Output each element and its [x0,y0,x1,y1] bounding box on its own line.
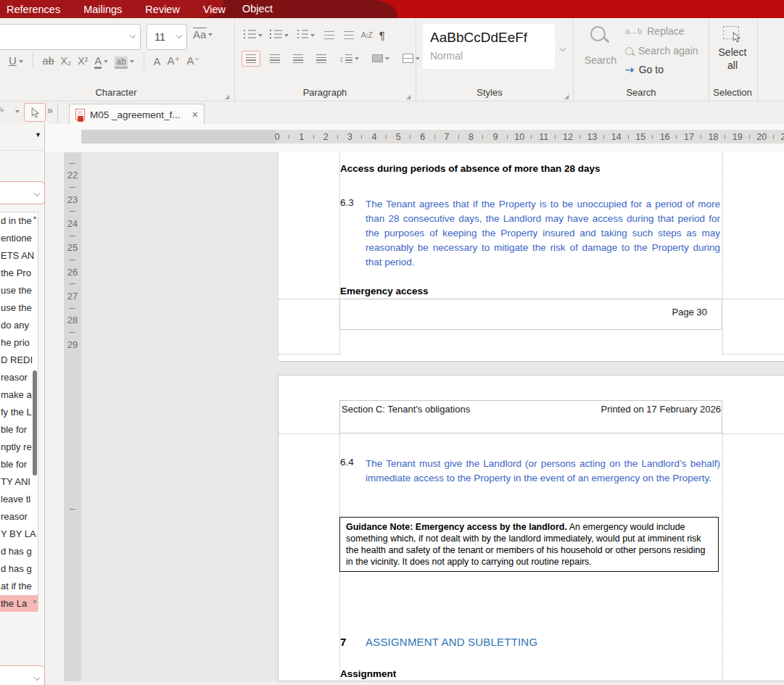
font-color-button[interactable]: A [94,54,108,67]
font-size-combobox[interactable]: 11 [147,24,187,50]
document-tab[interactable]: M05 _agreement_f... × [69,104,205,125]
canvas-gutter [45,152,64,685]
select-all-label[interactable]: Select all [712,46,753,72]
font-name-combobox[interactable] [0,24,141,50]
vertical-ruler[interactable]: 2223242526272829 [64,152,81,685]
align-left-icon [246,54,256,63]
chevron-down-icon[interactable] [258,34,263,37]
dialog-launcher-icon[interactable]: ◢ [564,94,569,100]
search-result-item[interactable]: d has g [0,543,38,560]
sort-icon[interactable]: A↕Z [361,31,372,39]
search-result-item[interactable]: the Pro [0,265,38,282]
toolbar-overflow-button[interactable]: » [47,104,53,116]
scroll-up-icon[interactable]: ▲ [32,214,38,220]
ruler-mark: 12 [562,130,586,144]
shrink-font-button[interactable]: A⁻ [187,54,200,67]
justify-button[interactable] [313,51,330,67]
search-result-item[interactable]: reasor [0,508,38,526]
horizontal-scrollbar[interactable] [45,681,784,685]
replace-term-combobox[interactable] [0,665,45,685]
numbered-list-button[interactable] [270,28,289,41]
search-button[interactable] [590,26,606,44]
styles-spinner-icon[interactable] [559,45,566,51]
align-left-button[interactable] [242,51,260,67]
style-preview-box[interactable]: AaBbCcDdEeFf Normal [423,24,555,69]
underline-button[interactable]: U [9,54,23,67]
search-result-item[interactable]: entione [0,230,38,247]
search-again-button[interactable]: Search again [625,45,698,57]
subscript-button[interactable]: X₂ [60,55,71,67]
redo-icon[interactable]: ↷ [0,104,4,117]
chevron-down-icon[interactable] [310,34,315,37]
line-spacing-button[interactable]: ↕ [336,51,363,67]
search-result-item[interactable]: at if the [0,578,38,595]
document-page-30[interactable]: Access during periods of absence of more… [278,152,784,362]
search-result-item[interactable]: use the [0,299,38,317]
chevron-down-icon[interactable] [176,32,182,38]
search-button-label[interactable]: Search [580,54,621,66]
chevron-down-icon[interactable] [130,60,134,63]
search-result-item[interactable]: he prio [0,334,38,352]
dialog-launcher-icon[interactable]: ◢ [225,94,229,100]
select-all-button[interactable] [723,26,739,42]
chevron-down-icon[interactable] [19,60,23,63]
group-label-character: Character [58,87,174,98]
superscript-button[interactable]: X² [78,55,88,67]
chevron-down-icon[interactable] [129,32,136,38]
menu-tab[interactable]: Review [141,4,184,15]
strikethrough-button[interactable]: ab [43,55,54,67]
chevron-down-icon[interactable] [284,34,289,37]
search-result-item[interactable]: ETS AN [0,247,38,265]
close-icon[interactable]: × [192,109,198,120]
search-term-combobox[interactable] [0,181,45,204]
header-section-text: Section C: Tenant's obligations [342,404,470,415]
increase-indent-icon[interactable] [322,30,334,40]
chevron-down-icon[interactable] [104,60,108,63]
chevron-down-icon[interactable] [416,57,420,60]
chevron-down-icon[interactable] [208,33,212,36]
horizontal-ruler[interactable]: 0123456789101112131415161718192021 [81,130,784,144]
search-result-item[interactable]: Y BY LA [0,526,38,543]
decrease-indent-icon[interactable] [342,30,354,40]
grow-font-button[interactable]: A⁺ [168,54,181,67]
page-header-box[interactable]: Section C: Tenant's obligations Printed … [339,400,722,433]
section-7-title: ASSIGNMENT AND SUBLETTING [366,636,537,648]
goto-label: Go to [639,64,664,75]
bullet-list-button[interactable] [244,28,263,41]
align-right-button[interactable] [289,51,307,67]
search-result-item[interactable]: do any [0,317,38,334]
clear-formatting-button[interactable]: A [154,55,161,67]
menu-tab-object[interactable]: Object [238,0,277,18]
search-result-item[interactable]: leave tl [0,491,38,508]
align-center-button[interactable] [266,51,284,67]
dialog-launcher-icon[interactable]: ◢ [406,94,410,100]
paragraph-shading-button[interactable] [368,51,393,66]
replace-icon: a→b [625,27,642,36]
scroll-down-icon[interactable]: ▼ [32,599,38,605]
chevron-down-icon[interactable] [385,57,389,60]
replace-button[interactable]: a→b Replace [625,25,685,37]
menu-tab[interactable]: View [199,4,230,15]
search-again-label: Search again [638,45,698,57]
document-page-31[interactable]: Section C: Tenant's obligations Printed … [278,375,784,681]
select-tool-button[interactable] [24,103,46,122]
chevron-down-icon[interactable] [355,57,359,60]
page-footer-box[interactable]: Page 30 [339,299,722,330]
highlight-color-button[interactable]: ab [115,54,133,67]
panel-menu-icon[interactable]: ▼ [35,131,41,138]
change-case-button[interactable]: Aa [193,28,212,41]
search-result-item[interactable]: d has g [0,560,38,578]
search-result-item[interactable]: TY ANI [0,473,38,491]
outline-list-button[interactable] [296,28,315,41]
chevron-down-icon[interactable] [15,110,20,113]
goto-button[interactable]: ⇢ Go to [625,64,664,75]
search-result-item[interactable]: use the [0,282,38,299]
menu-tab[interactable]: References [2,4,65,15]
menu-tab[interactable]: Mailings [79,4,126,15]
formatting-marks-icon[interactable]: ¶ [379,29,385,41]
search-result-item[interactable]: D REDI [0,352,38,369]
scrollbar-thumb[interactable] [33,370,37,476]
chevron-down-icon[interactable] [33,190,40,196]
chevron-down-icon[interactable] [33,674,40,681]
borders-button[interactable] [399,50,424,67]
